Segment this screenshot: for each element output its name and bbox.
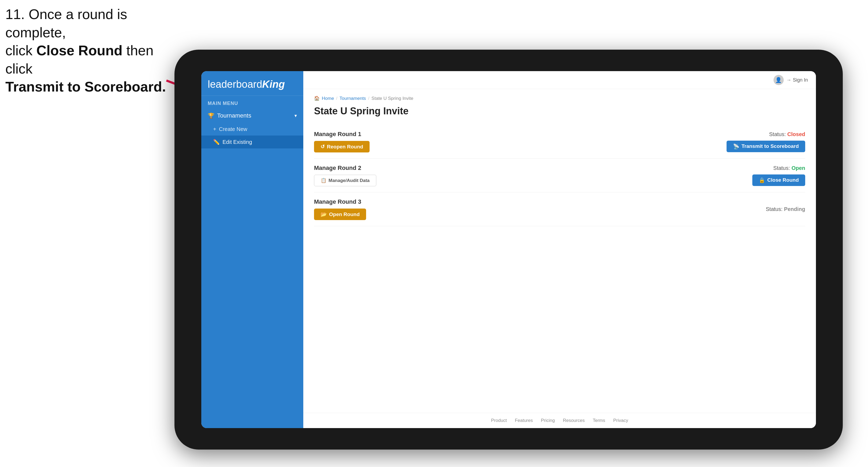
round-3-row: Manage Round 3 📂 Open Round Status: Pend… [314,192,805,226]
sign-in-label: Sign In [793,77,808,83]
round-1-row: Manage Round 1 ↺ Reopen Round Status: Cl… [314,125,805,159]
footer-privacy[interactable]: Privacy [613,418,628,423]
round-2-row: Manage Round 2 📋 Manage/Audit Data Statu… [314,159,805,192]
tablet-screen: leaderboardKing MAIN MENU 🏆 Tournaments … [201,71,816,428]
round-2-right: Status: Open 🔒 Close Round [752,165,805,186]
page-footer: Product Features Pricing Resources Terms… [303,413,816,428]
round-2-status: Status: Open [773,165,805,171]
breadcrumb-home-icon: 🏠 [314,96,320,101]
sign-in-button[interactable]: → Sign In [786,77,808,83]
reopen-round-button[interactable]: ↺ Reopen Round [314,141,370,152]
transmit-icon: 📡 [733,143,739,150]
plus-icon: + [213,126,216,132]
sidebar-logo: leaderboardKing [201,71,303,96]
round-1-left: Manage Round 1 ↺ Reopen Round [314,131,370,152]
round-2-title: Manage Round 2 [314,164,376,172]
open-icon: 📂 [320,211,327,217]
sidebar-tournaments-label: Tournaments [217,112,251,119]
page-content: 🏠 Home / Tournaments / State U Spring In… [303,89,816,413]
breadcrumb-sep1: / [336,96,337,101]
breadcrumb-sep2: / [368,96,369,101]
instruction-line2: click [5,43,36,58]
reopen-label: Reopen Round [327,144,363,150]
footer-resources[interactable]: Resources [563,418,585,423]
top-bar: 👤 → Sign In [303,71,816,89]
close-round-button[interactable]: 🔒 Close Round [752,175,805,186]
edit-existing-label: Edit Existing [222,139,252,145]
reopen-icon: ↺ [320,144,325,150]
chevron-down-icon: ▾ [294,113,297,119]
sidebar-item-tournaments[interactable]: 🏆 Tournaments ▾ [201,108,303,123]
logo-leaderboard: leaderboard [208,79,262,90]
breadcrumb-current: State U Spring Invite [371,96,413,101]
manage-audit-button[interactable]: 📋 Manage/Audit Data [314,175,376,186]
round-3-left: Manage Round 3 📂 Open Round [314,198,366,220]
footer-terms[interactable]: Terms [593,418,605,423]
breadcrumb-tournaments-link[interactable]: Tournaments [340,96,366,101]
footer-product[interactable]: Product [491,418,507,423]
open-round-label: Open Round [329,212,360,217]
transmit-label: Transmit to Scoreboard [742,143,799,149]
round-1-status: Status: Closed [769,131,805,137]
main-menu-label: MAIN MENU [201,96,303,108]
tablet-frame: leaderboardKing MAIN MENU 🏆 Tournaments … [175,50,843,449]
page-title: State U Spring Invite [314,105,805,117]
audit-label: Manage/Audit Data [329,178,370,183]
create-new-label: Create New [219,126,247,132]
instruction-block: 11. Once a round is complete, click Clos… [5,5,183,96]
sidebar: leaderboardKing MAIN MENU 🏆 Tournaments … [201,71,303,428]
round-2-status-value: Open [792,165,805,171]
round-1-right: Status: Closed 📡 Transmit to Scoreboard [726,131,805,152]
round-3-status: Status: Pending [766,206,805,212]
sidebar-edit-existing[interactable]: ✏️ Edit Existing [201,135,303,148]
sidebar-create-new[interactable]: + Create New [201,123,303,135]
trophy-icon: 🏆 [208,113,214,119]
open-round-button[interactable]: 📂 Open Round [314,209,366,220]
logo-text: leaderboardKing [208,79,297,90]
footer-pricing[interactable]: Pricing [541,418,555,423]
close-round-label: Close Round [767,177,799,183]
avatar: 👤 [774,75,784,85]
audit-icon: 📋 [321,178,327,183]
main-content: 👤 → Sign In 🏠 Home / Tournaments / [303,71,816,428]
sign-in-arrow-icon: → [786,77,791,83]
instruction-bold1: Close Round [36,43,123,58]
round-3-title: Manage Round 3 [314,198,366,205]
round-3-status-value: Pending [784,206,805,212]
instruction-line1: 11. Once a round is complete, [5,6,127,40]
app-layout: leaderboardKing MAIN MENU 🏆 Tournaments … [201,71,816,428]
breadcrumb: 🏠 Home / Tournaments / State U Spring In… [314,96,805,101]
transmit-scoreboard-button[interactable]: 📡 Transmit to Scoreboard [726,141,805,152]
logo-king: King [262,79,285,90]
breadcrumb-home-link[interactable]: Home [322,96,334,101]
footer-features[interactable]: Features [515,418,533,423]
round-1-title: Manage Round 1 [314,131,370,138]
round-3-right: Status: Pending [766,206,805,212]
round-1-status-value: Closed [787,131,805,137]
edit-icon: ✏️ [213,139,220,145]
round-2-left: Manage Round 2 📋 Manage/Audit Data [314,164,376,186]
lock-icon: 🔒 [759,177,765,183]
instruction-bold2: Transmit to Scoreboard. [5,79,166,94]
